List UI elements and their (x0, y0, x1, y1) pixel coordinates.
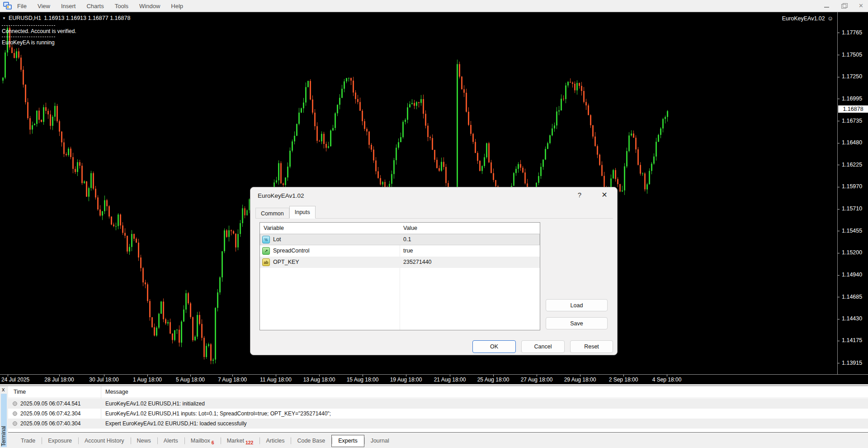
chevron-down-icon[interactable]: ▼ (2, 16, 6, 20)
menu-insert[interactable]: Insert (56, 0, 81, 12)
minimize-icon[interactable] (824, 3, 830, 9)
log-row[interactable]: 2025.09.05 06:07:40.304 Expert EuroKeyEA… (8, 419, 868, 429)
column-header-variable[interactable]: Variable (264, 225, 284, 231)
log-time: 2025.09.05 06:07:44.541 (20, 400, 80, 407)
time-tick-label: 11 Aug 18:00 (260, 377, 292, 383)
table-row-spreadcontrol[interactable]: ↗ SpreadControl true (260, 245, 540, 257)
dialog-close-icon[interactable]: ✕ (598, 191, 611, 199)
tab-common[interactable]: Common (255, 208, 289, 219)
reset-button[interactable]: Reset (570, 340, 613, 353)
price-tick-label: 1.16995 (842, 95, 862, 102)
variable-value[interactable]: 235271440 (403, 259, 432, 265)
symbol-period-label: EURUSD,H1 (9, 15, 41, 21)
variable-name: SpreadControl (273, 248, 310, 254)
log-time: 2025.09.05 06:07:42.304 (20, 410, 80, 417)
price-tick-label: 1.13915 (842, 360, 862, 366)
tab-code-base[interactable]: Code Base (291, 435, 331, 447)
current-price-tag: 1.16878 (838, 105, 868, 113)
string-type-icon: ab (262, 258, 270, 266)
menu-help[interactable]: Help (165, 0, 189, 12)
time-tick-label: 28 Jul 18:00 (44, 377, 74, 383)
window-titlebar: File View Insert Charts Tools Window Hel… (0, 0, 868, 12)
menu-bar: File View Insert Charts Tools Window Hel… (12, 0, 189, 12)
numeric-type-icon: ½ (262, 236, 270, 243)
tab-account-history[interactable]: Account History (78, 435, 131, 447)
help-icon[interactable]: ? (573, 191, 586, 199)
log-header-row: Time Message (8, 386, 868, 398)
time-tick-label: 13 Aug 18:00 (303, 377, 335, 383)
time-tick-label: 29 Aug 18:00 (564, 377, 596, 383)
dialog-tab-strip: Common Inputs (255, 205, 316, 219)
comment-separator (2, 25, 55, 26)
menu-window[interactable]: Window (134, 0, 165, 12)
log-message: EuroKeyEAv1.02 EURUSD,H1: initialized (105, 400, 205, 407)
menu-charts[interactable]: Charts (81, 0, 109, 12)
tab-alerts[interactable]: Alerts (157, 435, 184, 447)
load-button[interactable]: Load (546, 299, 608, 311)
close-icon[interactable]: ✕ (859, 3, 863, 9)
price-tick-label: 1.14940 (842, 272, 862, 278)
price-tick-label: 1.16480 (842, 139, 862, 146)
price-tick-mark (838, 187, 840, 187)
time-axis[interactable]: 24 Jul 202528 Jul 18:0030 Jul 18:001 Aug… (0, 374, 868, 384)
price-tick-label: 1.14175 (842, 337, 862, 343)
log-row[interactable]: 2025.09.05 06:07:42.304 EuroKeyEAv1.02 E… (8, 409, 868, 419)
price-tick-mark (838, 165, 840, 165)
tabbar-separator (8, 432, 868, 433)
log-row[interactable]: 2025.09.05 06:07:44.541 EuroKeyEAv1.02 E… (8, 399, 868, 409)
cancel-button[interactable]: Cancel (521, 340, 565, 353)
ok-button[interactable]: OK (472, 340, 516, 353)
table-header-row: Variable Value (260, 223, 540, 234)
restore-icon[interactable] (841, 3, 847, 9)
terminal-close-icon[interactable]: x (2, 386, 5, 393)
log-message: Expert EuroKeyEAv1.02 EURUSD,H1: loaded … (105, 420, 247, 427)
ea-settings-dialog: EuroKeyEAv1.02 ? ✕ Common Inputs Variabl… (250, 187, 618, 355)
time-tick-label: 4 Sep 18:00 (652, 377, 682, 383)
smiley-icon[interactable]: ☺ (827, 15, 833, 22)
price-tick-mark (838, 253, 840, 253)
menu-view[interactable]: View (32, 0, 56, 12)
tab-trade[interactable]: Trade (14, 435, 42, 447)
price-tick-mark (838, 99, 840, 99)
price-tick-label: 1.14685 (842, 294, 862, 300)
price-tick-mark (838, 143, 840, 143)
tab-market[interactable]: Market122 (221, 435, 260, 447)
terminal-tab-bar: Trade Exposure Account History News Aler… (8, 433, 868, 448)
save-button[interactable]: Save (546, 317, 608, 329)
comment-separator (2, 37, 55, 37)
dialog-title: EuroKeyEAv1.02 (258, 192, 304, 199)
variable-value[interactable]: 0.1 (403, 236, 411, 243)
variable-value[interactable]: true (403, 248, 413, 254)
tab-journal[interactable]: Journal (364, 435, 396, 447)
chart-type-icon: ↗ (262, 247, 270, 255)
quote-line: ▼ EURUSD,H1 1.16913 1.16913 1.16877 1.16… (2, 15, 130, 21)
menu-file[interactable]: File (12, 0, 32, 12)
price-tick-mark (838, 33, 840, 33)
column-header-message[interactable]: Message (105, 389, 128, 395)
price-tick-label: 1.17250 (842, 73, 862, 80)
price-tick-label: 1.16225 (842, 162, 862, 168)
price-tick-mark (838, 319, 840, 319)
tab-exposure[interactable]: Exposure (42, 435, 78, 447)
column-header-value[interactable]: Value (403, 225, 417, 231)
ea-name-badge: EuroKeyEAv1.02 ☺ (782, 15, 833, 22)
tab-news[interactable]: News (131, 435, 157, 447)
inputs-table: Variable Value ½ Lot 0.1 ↗ SpreadControl… (259, 222, 540, 330)
tab-experts[interactable]: Experts (331, 435, 364, 447)
time-tick-label: 5 Aug 18:00 (176, 377, 205, 383)
window-controls: ✕ (824, 0, 863, 12)
menu-tools[interactable]: Tools (109, 0, 134, 12)
item-count-badge: 122 (245, 440, 254, 445)
time-tick-label: 30 Jul 18:00 (89, 377, 118, 383)
terminal-log: Time Message 2025.09.05 06:07:44.541 Eur… (8, 386, 868, 448)
tab-articles[interactable]: Articles (259, 435, 291, 447)
price-tick-mark (838, 77, 840, 77)
table-row-opt-key[interactable]: ab OPT_KEY 235271440 (260, 257, 540, 268)
price-scale[interactable]: 1.177651.175051.172501.169951.167351.164… (837, 12, 868, 374)
price-tick-label: 1.15970 (842, 183, 862, 190)
column-header-time[interactable]: Time (14, 389, 26, 395)
table-row-lot[interactable]: ½ Lot 0.1 (260, 234, 540, 245)
price-tick-mark (838, 55, 840, 55)
tab-mailbox[interactable]: Mailbox6 (184, 435, 221, 447)
tab-inputs[interactable]: Inputs (289, 206, 316, 219)
